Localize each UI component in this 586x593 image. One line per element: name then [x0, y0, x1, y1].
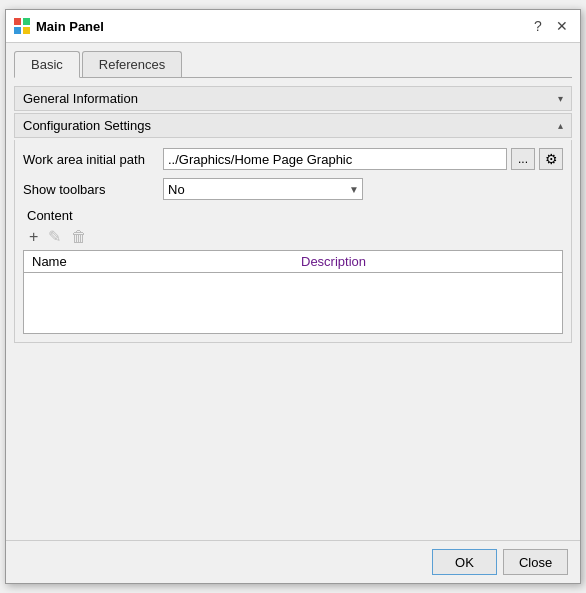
- work-area-field: ... ⚙: [163, 148, 563, 170]
- svg-rect-3: [23, 27, 30, 34]
- work-area-label: Work area initial path: [23, 152, 163, 167]
- svg-rect-2: [14, 27, 21, 34]
- show-toolbars-select[interactable]: No Yes: [163, 178, 363, 200]
- svg-rect-0: [14, 18, 21, 25]
- work-area-row: Work area initial path ... ⚙: [23, 148, 563, 170]
- content-label: Content: [23, 208, 563, 223]
- table-header-description: Description: [293, 251, 562, 272]
- window-icon: [14, 18, 30, 34]
- close-title-button[interactable]: ✕: [552, 16, 572, 36]
- close-button[interactable]: Close: [503, 549, 568, 575]
- general-info-header[interactable]: General Information ▾: [14, 86, 572, 111]
- show-toolbars-label: Show toolbars: [23, 182, 163, 197]
- content-section: Content + ✎ 🗑 Name Description: [23, 208, 563, 334]
- tab-references[interactable]: References: [82, 51, 182, 77]
- ok-button[interactable]: OK: [432, 549, 497, 575]
- work-area-input[interactable]: [163, 148, 507, 170]
- table-body: [24, 273, 562, 333]
- content-table: Name Description: [23, 250, 563, 334]
- show-toolbars-row: Show toolbars No Yes ▼: [23, 178, 563, 200]
- table-header: Name Description: [24, 251, 562, 273]
- window-body: Basic References General Information ▾ C…: [6, 43, 580, 540]
- config-settings-label: Configuration Settings: [23, 118, 151, 133]
- show-toolbars-select-wrap: No Yes ▼: [163, 178, 363, 200]
- gear-icon: ⚙: [545, 151, 558, 167]
- help-button[interactable]: ?: [528, 16, 548, 36]
- title-bar: Main Panel ? ✕: [6, 10, 580, 43]
- window-title: Main Panel: [36, 19, 528, 34]
- work-area-browse-button[interactable]: ...: [511, 148, 535, 170]
- show-toolbars-field: No Yes ▼: [163, 178, 563, 200]
- delete-button[interactable]: 🗑: [69, 227, 89, 246]
- delete-icon: 🗑: [71, 228, 87, 246]
- main-window: Main Panel ? ✕ Basic References General …: [5, 9, 581, 584]
- table-header-name: Name: [24, 251, 293, 272]
- config-settings-header[interactable]: Configuration Settings ▴: [14, 113, 572, 138]
- config-settings-content: Work area initial path ... ⚙ Show toolba…: [14, 140, 572, 343]
- svg-rect-1: [23, 18, 30, 25]
- config-settings-chevron: ▴: [558, 120, 563, 131]
- content-toolbar: + ✎ 🗑: [23, 227, 563, 246]
- general-info-label: General Information: [23, 91, 138, 106]
- add-button[interactable]: +: [27, 227, 40, 246]
- edit-button[interactable]: ✎: [46, 227, 63, 246]
- tab-bar: Basic References: [14, 51, 572, 78]
- work-area-gear-button[interactable]: ⚙: [539, 148, 563, 170]
- general-info-chevron: ▾: [558, 93, 563, 104]
- title-controls: ? ✕: [528, 16, 572, 36]
- window-footer: OK Close: [6, 540, 580, 583]
- tab-basic[interactable]: Basic: [14, 51, 80, 78]
